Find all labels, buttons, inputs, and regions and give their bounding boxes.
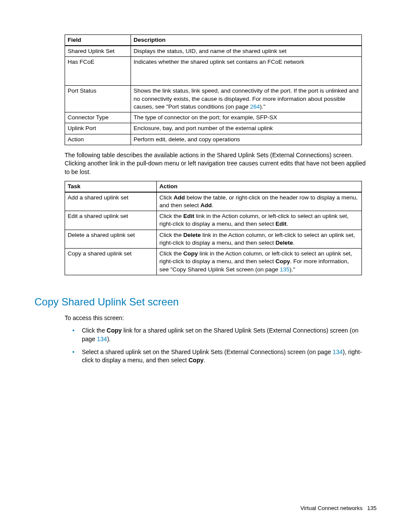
field-cell: Port Status xyxy=(65,86,131,112)
page-footer: Virtual Connect networks 135 xyxy=(300,505,377,511)
bold-term: Copy xyxy=(188,357,203,364)
field-cell: Action xyxy=(65,134,131,145)
list-item: Select a shared uplink set on the Shared… xyxy=(65,348,368,365)
bold-term: Copy xyxy=(275,258,290,264)
field-cell: Connector Type xyxy=(65,112,131,123)
bold-term: Delete xyxy=(275,240,293,246)
table1-header-field: Field xyxy=(65,35,131,46)
bold-term: Edit xyxy=(275,221,286,227)
table-row: Delete a shared uplink setClick the Dele… xyxy=(65,230,362,248)
bold-term: Add xyxy=(200,202,212,208)
description-cell: Perform edit, delete, and copy operation… xyxy=(131,134,362,145)
table-row: Has FCoEIndicates whether the shared upl… xyxy=(65,57,362,86)
description-cell: Enclosure, bay, and port number of the e… xyxy=(131,123,362,134)
table-row: ActionPerform edit, delete, and copy ope… xyxy=(65,134,362,145)
field-cell: Has FCoE xyxy=(65,57,131,86)
footer-section: Virtual Connect networks xyxy=(300,505,362,511)
table-row: Copy a shared uplink setClick the Copy l… xyxy=(65,249,362,275)
description-cell: Displays the status, UID, and name of th… xyxy=(131,46,362,57)
section-heading: Copy Shared Uplink Set screen xyxy=(34,296,377,308)
description-cell: Indicates whether the shared uplink set … xyxy=(131,57,362,86)
description-cell: Shows the link status, link speed, and c… xyxy=(131,86,362,112)
bullet-list: Click the Copy link for a shared uplink … xyxy=(34,327,377,364)
action-cell: Click Add below the table, or right-clic… xyxy=(157,192,362,211)
task-cell: Add a shared uplink set xyxy=(65,192,157,211)
page-link[interactable]: 264 xyxy=(250,103,260,110)
action-cell: Click the Edit link in the Action column… xyxy=(157,211,362,230)
action-cell: Click the Delete link in the Action colu… xyxy=(157,230,362,248)
table2-header-task: Task xyxy=(65,181,157,192)
table-row: Edit a shared uplink setClick the Edit l… xyxy=(65,211,362,230)
table-row: Port StatusShows the link status, link s… xyxy=(65,86,362,112)
paragraph-actions-intro: The following table describes the availa… xyxy=(65,151,368,177)
page-link[interactable]: 134 xyxy=(97,336,107,342)
field-description-table: Field Description Shared Uplink SetDispl… xyxy=(65,34,362,145)
task-cell: Edit a shared uplink set xyxy=(65,211,157,230)
task-action-table: Task Action Add a shared uplink setClick… xyxy=(65,181,362,275)
description-cell: The type of connector on the port; for e… xyxy=(131,112,362,123)
bold-term: Copy xyxy=(184,250,198,257)
list-item: Click the Copy link for a shared uplink … xyxy=(65,327,368,343)
table-row: Shared Uplink SetDisplays the status, UI… xyxy=(65,46,362,57)
field-cell: Shared Uplink Set xyxy=(65,46,131,57)
table-row: Uplink PortEnclosure, bay, and port numb… xyxy=(65,123,362,134)
field-cell: Uplink Port xyxy=(65,123,131,134)
bold-term: Copy xyxy=(107,327,122,334)
table2-header-action: Action xyxy=(157,181,362,192)
table-row: Add a shared uplink setClick Add below t… xyxy=(65,192,362,211)
intro-text: To access this screen: xyxy=(65,314,368,323)
bold-term: Delete xyxy=(184,232,201,238)
bold-term: Add xyxy=(174,194,185,201)
task-cell: Delete a shared uplink set xyxy=(65,230,157,248)
action-cell: Click the Copy link in the Action column… xyxy=(157,249,362,275)
table-row: Connector TypeThe type of connector on t… xyxy=(65,112,362,123)
task-cell: Copy a shared uplink set xyxy=(65,249,157,275)
page-link[interactable]: 135 xyxy=(280,266,290,273)
table1-header-description: Description xyxy=(131,35,362,46)
footer-page: 135 xyxy=(367,505,377,511)
bold-term: Edit xyxy=(184,213,195,219)
page-link[interactable]: 134 xyxy=(333,348,342,355)
